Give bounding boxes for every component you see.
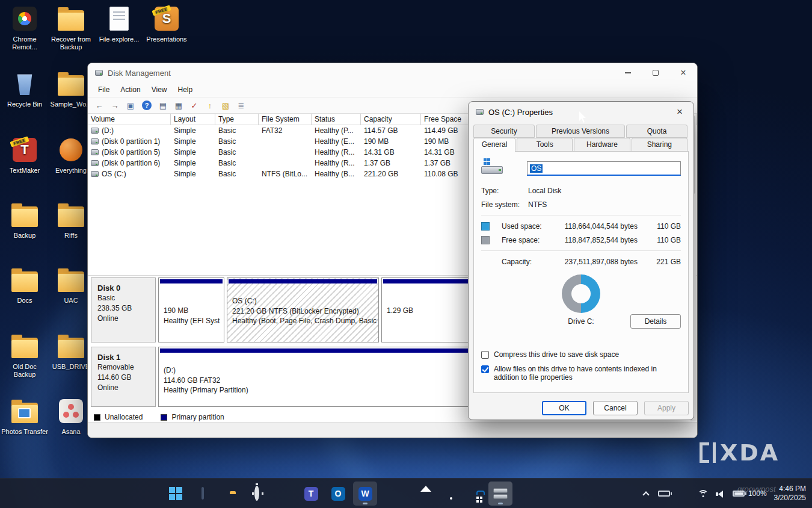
clock-date: 3/20/2025: [774, 494, 806, 503]
desktop-icon-chrome-remot[interactable]: Chrome Remot...: [1, 4, 48, 51]
taskbar-icon-group: TOW: [164, 482, 512, 506]
back-icon[interactable]: ←: [93, 99, 106, 112]
taskbar-chrome[interactable]: [434, 482, 458, 506]
checkbox-box: [481, 365, 489, 373]
taskbar-monitor-app[interactable]: [191, 482, 215, 506]
compress-checkbox[interactable]: Compress this drive to save disk space: [481, 350, 681, 359]
everything-icon: [60, 135, 82, 165]
taskbar-calculator[interactable]: [380, 482, 404, 506]
partition-selected[interactable]: OS (C:)221.20 GB NTFS (BitLocker Encrypt…: [227, 277, 379, 342]
taskbar-settings[interactable]: [245, 482, 269, 506]
tab-tools[interactable]: Tools: [517, 138, 573, 151]
menu-file[interactable]: File: [93, 84, 115, 96]
desktop-icon-recycle-bin[interactable]: Recycle Bin: [1, 69, 48, 108]
disk-info-panel[interactable]: Disk 1Removable114.60 GBOnline: [91, 347, 156, 407]
tab-previous-versions[interactable]: Previous Versions: [536, 125, 625, 138]
desktop-icon-backup[interactable]: Backup: [1, 200, 48, 240]
desktop-icon-old-doc-backup[interactable]: Old Doc Backup: [1, 331, 48, 379]
column-header-volume[interactable]: Volume: [88, 114, 171, 125]
list-view-icon[interactable]: ▤: [156, 99, 170, 112]
taskbar-clock[interactable]: 4:46 PM 3/20/2025: [774, 485, 806, 503]
folder-up-icon[interactable]: ▧: [219, 99, 232, 112]
apply-button[interactable]: Apply: [644, 401, 689, 415]
tab-general[interactable]: General: [473, 138, 515, 152]
start-icon: [169, 487, 182, 500]
desktop-icon-recover-from-backup[interactable]: Recover from Backup: [48, 4, 94, 51]
desktop-icon-file-explore[interactable]: File-explore...: [96, 4, 143, 43]
disk-detail: Online: [97, 314, 152, 324]
check-icon[interactable]: ✓: [188, 99, 201, 112]
volume-icon: [91, 160, 99, 166]
graph-view-icon[interactable]: ▦: [172, 99, 185, 112]
desktop-icon-textmaker[interactable]: TFREETextMaker: [1, 135, 48, 175]
forward-icon[interactable]: →: [108, 99, 121, 112]
properties-dialog: OS (C:) Properties × SecurityPrevious Ve…: [468, 101, 694, 420]
legend-swatch: [94, 414, 100, 421]
partition[interactable]: 190 MBHealthy (EFI Syst: [158, 277, 224, 342]
taskbar-file-explorer[interactable]: [218, 482, 242, 506]
volume-icon[interactable]: [716, 490, 725, 498]
dialog-close-button[interactable]: ×: [666, 102, 694, 122]
maximize-button[interactable]: [642, 63, 669, 82]
outlook-icon: O: [331, 487, 345, 501]
menu-action[interactable]: Action: [115, 84, 146, 96]
type-value: Local Disk: [528, 187, 561, 195]
tab-security[interactable]: Security: [473, 125, 535, 138]
folder-icon: [11, 265, 38, 295]
taskbar-outlook[interactable]: O: [326, 482, 350, 506]
volume-label-input[interactable]: OS: [527, 161, 681, 176]
column-header-type[interactable]: Type: [215, 114, 259, 125]
wifi-icon[interactable]: [698, 490, 709, 498]
system-tray: 100% 4:46 PM 3/20/2025: [641, 479, 806, 508]
free-space-size: 110 GB: [638, 236, 681, 244]
disk-detail: 238.35 GB: [97, 303, 152, 314]
column-header-capacity[interactable]: Capacity: [361, 114, 421, 125]
column-header-status[interactable]: Status: [312, 114, 361, 125]
desktop-icon-presentations[interactable]: SFREEPresentations: [143, 4, 190, 43]
console-panes-icon[interactable]: ▣: [124, 99, 137, 112]
disk-management-titlebar[interactable]: Disk Management ×: [88, 63, 697, 82]
help-icon[interactable]: ?: [142, 101, 152, 110]
free-space-label: Free space:: [502, 236, 562, 244]
legend-primary-partition: Primary partition: [161, 413, 224, 421]
minimize-button[interactable]: [614, 63, 642, 82]
cancel-button[interactable]: Cancel: [593, 401, 638, 415]
taskbar-teams[interactable]: T: [299, 482, 323, 506]
recycle-bin-icon: [16, 69, 33, 99]
column-header-file-system[interactable]: File System: [259, 114, 312, 125]
index-contents-checkbox[interactable]: Allow files on this drive to have conten…: [481, 365, 681, 382]
details-icon[interactable]: ≣: [235, 99, 248, 112]
drive-icon: [476, 108, 484, 117]
column-header-layout[interactable]: Layout: [171, 114, 215, 125]
xda-logo-icon: [700, 442, 709, 463]
desktop-icon-label: Everything: [55, 167, 87, 175]
taskbar-store[interactable]: [461, 482, 485, 506]
menu-view[interactable]: View: [146, 84, 173, 96]
textmaker-icon: TFREE: [13, 135, 37, 165]
filesystem-value: NTFS: [528, 200, 547, 209]
tray-battery-icon[interactable]: [658, 491, 670, 497]
desktop-icon-docs[interactable]: Docs: [1, 265, 48, 305]
export-icon[interactable]: ↑: [203, 99, 217, 112]
taskbar-disk-management[interactable]: [488, 482, 512, 506]
tab-quota[interactable]: Quota: [626, 125, 687, 138]
folder-icon: [58, 4, 84, 34]
ok-button[interactable]: OK: [542, 401, 586, 415]
tab-sharing[interactable]: Sharing: [632, 138, 687, 151]
close-button[interactable]: ×: [669, 63, 697, 82]
taskbar-word[interactable]: W: [353, 482, 377, 506]
used-space-size: 110 GB: [638, 222, 681, 231]
tab-hardware[interactable]: Hardware: [574, 138, 630, 151]
details-button[interactable]: Details: [630, 314, 681, 329]
desktop-icon-label: Recycle Bin: [7, 101, 42, 108]
tray-expand-chevron-icon[interactable]: [641, 491, 651, 497]
volume-icon: [91, 171, 99, 177]
taskbar-photos[interactable]: [407, 482, 431, 506]
taskbar-edge[interactable]: [272, 482, 296, 506]
desktop-icon-photos-transfer[interactable]: Photos Transfer: [1, 396, 48, 436]
disk-info-panel[interactable]: Disk 0Basic238.35 GBOnline: [91, 277, 156, 342]
start-button[interactable]: [164, 482, 188, 506]
menu-help[interactable]: Help: [173, 84, 198, 96]
taskbar: TOW 100% 4:46 PM 3/20/2025: [0, 478, 812, 508]
partition-detail: Healthy (Boot, Page File, Crash Dump, Ba…: [232, 316, 374, 326]
